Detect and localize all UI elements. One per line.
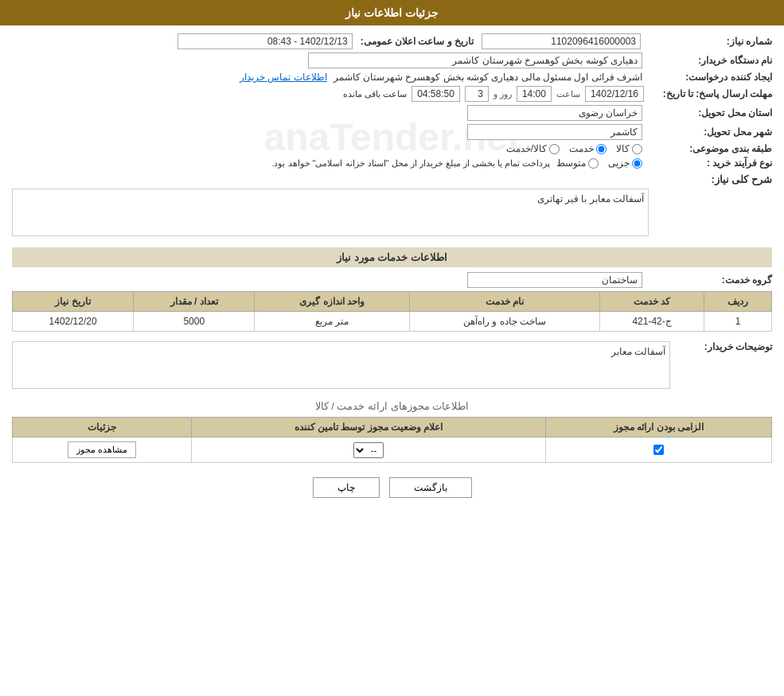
permit-details-cell: مشاهده مجوز (13, 437, 192, 463)
deadline-remaining-label: ساعت باقی مانده (343, 89, 407, 99)
services-table: ردیف کد خدمت نام خدمت واحد اندازه گیری ت… (12, 291, 772, 332)
category-radio-khedmat[interactable] (596, 144, 607, 154)
need-number-label: شماره نیاز: (649, 36, 772, 47)
permit-col-details: جزئیات (13, 418, 192, 437)
permit-table-body: -- مشاهده مجوز (13, 437, 772, 463)
deadline-row: مهلت ارسال پاسخ: تا تاریخ: 1402/12/16 سا… (12, 86, 772, 102)
city-label: شهر محل تحویل: (649, 126, 772, 138)
cell-row-1: 1 (704, 312, 772, 332)
cell-qty-1: 5000 (134, 312, 255, 332)
services-section-title: اطلاعات خدمات مورد نیاز (12, 247, 772, 267)
announce-datetime-label: تاریخ و ساعت اعلان عمومی: (361, 36, 474, 47)
top-info-section: anaTender.net شماره نیاز: 11020964160000… (12, 33, 772, 239)
permit-required-cell (546, 437, 772, 463)
purchase-type-note: پرداخت تمام یا بخشی از مبلغ خریدار از مح… (271, 158, 550, 169)
need-desc-header-row: شرح کلی نیاز: (12, 173, 772, 185)
page-title: جزئیات اطلاعات نیاز (345, 6, 439, 19)
province-label: استان محل تحویل: (649, 107, 772, 119)
purchase-type-option-motavaset[interactable]: متوسط (556, 157, 599, 169)
purchase-type-option-jozi[interactable]: جزیی (608, 157, 642, 169)
purchase-type-label: نوع فرآیند خرید : (649, 157, 772, 169)
requester-value: اشرف فرائی اول مسئول مالی دهیاری کوشه بخ… (333, 72, 642, 83)
cell-date-1: 1402/12/20 (13, 312, 134, 332)
need-desc-area: آسفالت معابر با قیر تهاتری (12, 189, 649, 236)
page-wrapper: جزئیات اطلاعات نیاز anaTender.net شماره … (0, 0, 784, 696)
need-desc-value: آسفالت معابر با قیر تهاتری (12, 189, 649, 236)
city-value: کاشمر (467, 124, 642, 140)
back-button[interactable]: بازگشت (389, 477, 472, 498)
cell-unit-1: متر مربع (255, 312, 410, 332)
permit-status-cell: -- (192, 437, 546, 463)
deadline-days-label: روز و (493, 89, 512, 99)
purchase-type-label-jozi: جزیی (608, 157, 630, 169)
permit-status-select[interactable]: -- (353, 442, 384, 458)
services-table-header: ردیف کد خدمت نام خدمت واحد اندازه گیری ت… (13, 292, 772, 312)
category-label-kala: کالا (616, 143, 630, 154)
print-button[interactable]: چاپ (313, 477, 380, 498)
need-number-row: شماره نیاز: 1102096416000003 تاریخ و ساع… (12, 33, 772, 49)
col-header-row: ردیف (704, 292, 772, 312)
service-group-value: ساختمان (467, 272, 642, 288)
deadline-remaining: 04:58:50 (412, 86, 460, 102)
table-row: 1 ج-42-421 ساخت جاده و راه‌آهن متر مربع … (13, 312, 772, 332)
buyer-office-label: نام دستگاه خریدار: (649, 55, 772, 66)
category-label-khedmat: خدمت (569, 143, 594, 154)
category-radio-kala-khedmat[interactable] (549, 144, 560, 154)
need-desc-row: شرح کلی نیاز: آسفالت معابر با قیر تهاتری (12, 173, 772, 236)
need-number-value: 1102096416000003 (482, 33, 641, 49)
services-table-header-row: ردیف کد خدمت نام خدمت واحد اندازه گیری ت… (13, 292, 772, 312)
cell-name-1: ساخت جاده و راه‌آهن (410, 312, 600, 332)
purchase-type-label-motavaset: متوسط (556, 157, 586, 169)
category-option-kala-khedmat[interactable]: کالا/خدمت (506, 143, 560, 154)
buyer-desc-row: توضیحات خریدار: آسفالت معابر (12, 338, 772, 392)
col-header-qty: تعداد / مقدار (134, 292, 255, 312)
buyer-desc-value: آسفالت معابر (12, 341, 670, 389)
permit-table: الزامی بودن ارائه مجوز اعلام وضعیت مجوز … (12, 417, 772, 463)
deadline-days: 3 (465, 86, 489, 102)
permit-section-title: اطلاعات مجوزهای ارائه خدمت / کالا (12, 400, 772, 412)
buyer-desc-label: توضیحات خریدار: (677, 338, 772, 352)
requester-label: ایجاد کننده درخواست: (649, 72, 772, 83)
main-content: anaTender.net شماره نیاز: 11020964160000… (0, 25, 784, 520)
col-header-date: تاریخ نیاز (13, 292, 134, 312)
purchase-type-row: نوع فرآیند خرید : جزیی متوسط پرداخت تمام… (12, 157, 772, 169)
contact-link[interactable]: اطلاعات تماس خریدار (240, 72, 327, 83)
permit-required-checkbox[interactable] (653, 445, 664, 455)
page-header: جزئیات اطلاعات نیاز (0, 0, 784, 25)
category-radio-kala[interactable] (632, 144, 642, 154)
permit-required-checkbox-wrapper (552, 445, 765, 455)
permit-section-title-text: اطلاعات مجوزهای ارائه خدمت / کالا (315, 400, 470, 412)
col-header-name: نام خدمت (410, 292, 600, 312)
cell-code-1: ج-42-421 (600, 312, 704, 332)
service-group-label: گروه خدمت: (649, 274, 772, 286)
buyer-office-value: دهیاری کوشه بخش کوهسرخ شهرستان کاشمر (308, 52, 642, 68)
purchase-type-radio-group: جزیی متوسط (556, 157, 642, 169)
need-desc-label: شرح کلی نیاز: (649, 173, 772, 185)
category-label-kala-khedmat: کالا/خدمت (506, 143, 547, 154)
permit-header-row: الزامی بودن ارائه مجوز اعلام وضعیت مجوز … (13, 418, 772, 437)
category-row: طبقه بندی موضوعی: کالا خدمت کالا/خدمت (12, 143, 772, 154)
permit-col-status: اعلام وضعیت مجوز توسط تامین کننده (192, 418, 546, 437)
city-row: شهر محل تحویل: کاشمر (12, 124, 772, 140)
deadline-date: 1402/12/16 (585, 86, 644, 102)
purchase-type-radio-motavaset[interactable] (588, 158, 599, 169)
deadline-label: مهلت ارسال پاسخ: تا تاریخ: (649, 88, 772, 99)
category-radio-group: کالا خدمت کالا/خدمت (506, 143, 642, 154)
announce-datetime-value: 1402/12/13 - 08:43 (177, 33, 353, 49)
category-label: طبقه بندی موضوعی: (649, 143, 772, 154)
view-permit-button[interactable]: مشاهده مجوز (68, 441, 136, 458)
bottom-buttons: بازگشت چاپ (12, 477, 772, 498)
province-value: خراسان رضوی (467, 105, 642, 121)
permit-col-required: الزامی بودن ارائه مجوز (546, 418, 772, 437)
category-option-khedmat[interactable]: خدمت (569, 143, 607, 154)
col-header-unit: واحد اندازه گیری (255, 292, 410, 312)
requester-row: ایجاد کننده درخواست: اشرف فرائی اول مسئو… (12, 72, 772, 83)
deadline-time: 14:00 (517, 86, 552, 102)
service-group-row: گروه خدمت: ساختمان (12, 272, 772, 288)
category-option-kala[interactable]: کالا (616, 143, 642, 154)
permit-table-header: الزامی بودن ارائه مجوز اعلام وضعیت مجوز … (13, 418, 772, 437)
col-header-code: کد خدمت (600, 292, 704, 312)
purchase-type-radio-jozi[interactable] (632, 158, 642, 169)
services-table-body: 1 ج-42-421 ساخت جاده و راه‌آهن متر مربع … (13, 312, 772, 332)
province-row: استان محل تحویل: خراسان رضوی (12, 105, 772, 121)
